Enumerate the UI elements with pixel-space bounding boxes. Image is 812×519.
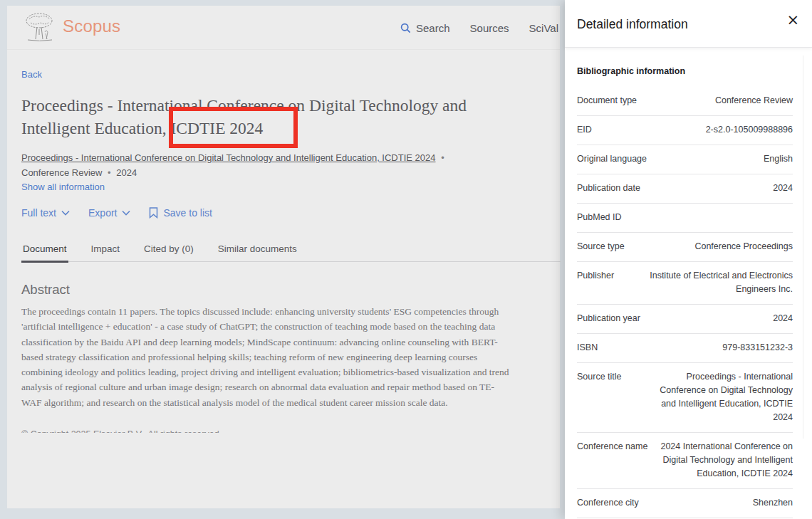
info-row-publication-date: Publication date 2024 [577,174,793,204]
elsevier-tree-logo-icon[interactable] [24,12,56,42]
row-label: Document type [577,94,648,108]
document-page: Scopus Search Sources SciVal Back Procee… [7,6,560,508]
nav-search[interactable]: Search [400,22,450,34]
nav-scival-label: SciVal [529,22,558,34]
info-row-document-type: Document type Conference Review [577,87,793,116]
info-row-source-type: Source type Conference Proceedings [577,233,793,262]
scopus-wordmark[interactable]: Scopus [63,16,120,36]
row-value: 2024 [648,312,793,325]
abstract-text: The proceedings contain 11 papers. The t… [21,304,514,410]
row-value: English [648,152,793,166]
row-label: Publication date [577,182,648,195]
tab-cited-by[interactable]: Cited by (0) [142,241,195,261]
row-label: EID [577,123,648,137]
row-label: ISBN [577,341,648,355]
row-value: 979-833151232-3 [648,341,793,355]
info-row-eid: EID 2-s2.0-105009988896 [577,116,793,145]
year-text: 2024 [116,167,137,178]
document-actions: Full text Export Save to list [21,207,212,219]
document-type-text: Conference Review [21,167,102,178]
save-to-list-button[interactable]: Save to list [149,207,212,219]
row-label: Conference name [577,440,648,481]
nav-search-label: Search [416,22,450,34]
row-value: 2024 International Conference on Digital… [648,440,793,481]
source-title-link[interactable]: Proceedings - International Conference o… [21,152,436,163]
nav-sources[interactable]: Sources [470,22,509,34]
document-tabs: Document Impact Cited by (0) Similar doc… [21,241,561,262]
tab-impact[interactable]: Impact [90,241,122,261]
bookmark-icon [149,207,158,219]
nav-scival[interactable]: SciVal [529,22,558,34]
full-text-button[interactable]: Full text [21,207,70,219]
annotation-highlight-box [169,107,298,148]
close-icon[interactable]: × [786,13,799,28]
row-value: Shenzhen [648,496,793,510]
panel-scrollbar-track[interactable] [803,56,803,439]
row-label: Source title [577,370,648,424]
info-row-original-language: Original language English [577,145,793,174]
row-value: 2024 [648,182,793,195]
chevron-down-icon [122,210,130,216]
top-header: Scopus Search Sources SciVal [7,6,560,50]
row-label: Source type [577,240,648,253]
row-value: Institute of Electrical and Electronics … [648,269,793,296]
detailed-information-panel: Detailed information × Bibliographic inf… [565,0,812,519]
back-link[interactable]: Back [21,69,42,80]
row-label: Publication year [577,312,648,325]
copyright-clipped: © Copyright 2025 Elsevier B.V., All righ… [21,427,306,433]
row-value: Conference Review [648,94,793,108]
info-row-conference-city: Conference city Shenzhen [577,489,793,518]
row-value [648,211,793,224]
export-button[interactable]: Export [88,207,130,219]
info-row-isbn: ISBN 979-833151232-3 [577,334,793,363]
search-icon [400,23,411,33]
row-value: 2-s2.0-105009988896 [648,123,793,137]
panel-body: Bibliographic information Document type … [565,48,812,518]
info-row-pubmed-id: PubMed ID [577,204,793,233]
row-value: Conference Proceedings [648,240,793,253]
abstract-heading: Abstract [21,282,70,298]
tab-document[interactable]: Document [21,241,68,263]
panel-header: Detailed information × [565,0,812,48]
row-label: Original language [577,152,648,166]
full-text-label: Full text [21,207,56,219]
panel-title: Detailed information [577,17,688,32]
header-nav: Search Sources SciVal [400,6,567,50]
row-label: PubMed ID [577,211,648,224]
source-meta-row: Proceedings - International Conference o… [21,150,491,180]
row-value: Proceedings - International Conference o… [648,370,793,424]
info-row-publication-year: Publication year 2024 [577,305,793,334]
meta-separator: • [105,167,114,178]
meta-separator: • [438,152,447,163]
export-label: Export [88,207,117,219]
nav-sources-label: Sources [470,22,509,34]
show-all-information-link[interactable]: Show all information [21,182,105,192]
save-to-list-label: Save to list [163,207,212,219]
row-label: Conference city [577,496,648,510]
bibliographic-section-heading: Bibliographic information [577,66,793,76]
tab-similar-documents[interactable]: Similar documents [217,241,298,261]
copyright-text: © Copyright 2025 Elsevier B.V., All righ… [21,429,222,433]
row-label: Publisher [577,269,648,296]
chevron-down-icon [61,210,70,216]
info-row-publisher: Publisher Institute of Electrical and El… [577,262,793,305]
info-row-source-title: Source title Proceedings - International… [577,363,793,433]
info-row-conference-name: Conference name 2024 International Confe… [577,433,793,489]
